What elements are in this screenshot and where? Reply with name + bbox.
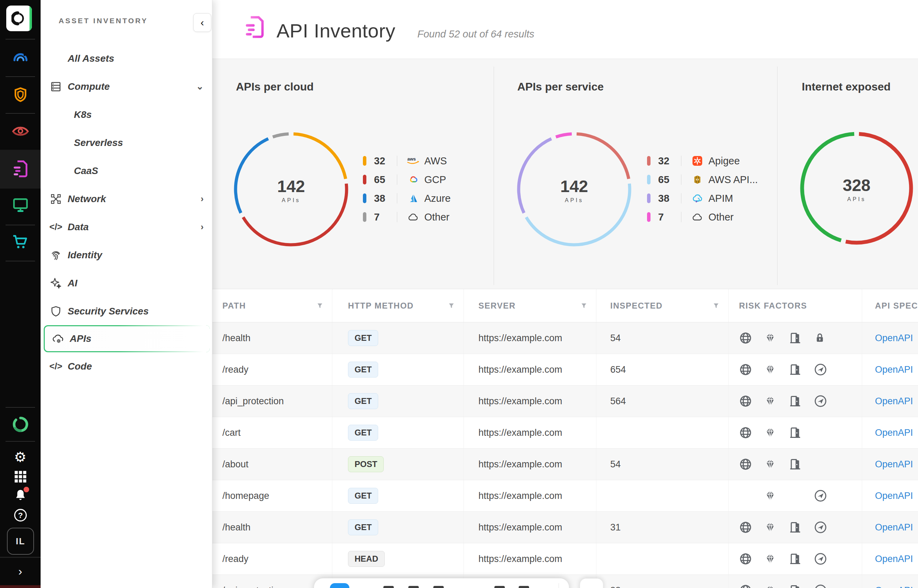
sidebar-item-k8s[interactable]: K8s bbox=[40, 100, 212, 129]
cell-risk-factors bbox=[729, 543, 862, 575]
sidebar-item-identity[interactable]: Identity bbox=[40, 241, 212, 269]
sidebar-item-security-services[interactable]: Security Services bbox=[40, 297, 212, 325]
rail-item-notifications[interactable] bbox=[0, 486, 40, 506]
chevron-right-icon[interactable]: › bbox=[201, 194, 204, 204]
api-spec-link[interactable]: OpenAPI bbox=[875, 491, 913, 501]
api-spec-link[interactable]: OpenAPI bbox=[875, 333, 913, 344]
rail-item-shield[interactable] bbox=[0, 83, 40, 106]
api-spec-link[interactable]: OpenAPI bbox=[875, 428, 913, 438]
filter-funnel-icon[interactable] bbox=[448, 303, 455, 309]
sidebar-item-serverless[interactable]: Serverless bbox=[40, 129, 212, 157]
rail-item-dashboard[interactable] bbox=[0, 46, 40, 69]
donut-segment-AWS[interactable] bbox=[293, 134, 346, 179]
toolbar-icon-1[interactable] bbox=[384, 586, 394, 588]
rail-item-help[interactable]: ? bbox=[0, 506, 40, 525]
orca-logo[interactable] bbox=[6, 6, 32, 31]
api-spec-link[interactable]: OpenAPI bbox=[875, 585, 913, 588]
table-row[interactable]: /healthGEThttps://example.com31OpenAPI bbox=[212, 512, 918, 543]
door-icon bbox=[789, 584, 814, 588]
icon-rail: ⚙ ? IL › bbox=[0, 0, 40, 588]
sidebar-item-apis-selected[interactable]: APIs bbox=[44, 325, 210, 352]
legend-item-apigee[interactable]: 32 Apigee bbox=[647, 152, 758, 170]
rail-expand-chevron[interactable]: › bbox=[0, 564, 40, 578]
donut-segment-Apigee[interactable] bbox=[576, 134, 629, 179]
column-header-api-spec[interactable]: API SPEC bbox=[862, 289, 918, 322]
sidebar-item-compute[interactable]: Compute ⌄ bbox=[40, 73, 212, 100]
rail-item-apps[interactable] bbox=[0, 467, 40, 486]
donut-segment-Other[interactable] bbox=[273, 134, 289, 137]
sidebar-item-data[interactable]: </> Data › bbox=[40, 213, 212, 241]
legend-item-other-cloud[interactable]: 7 Other bbox=[363, 208, 451, 226]
table-row[interactable]: /healthGEThttps://example.com54OpenAPI bbox=[212, 322, 918, 354]
floating-side-button[interactable] bbox=[580, 578, 603, 588]
api-spec-link[interactable]: OpenAPI bbox=[875, 364, 913, 375]
toolbar-icon-3[interactable] bbox=[433, 586, 444, 588]
column-header-risk-factors[interactable]: RISK FACTORS bbox=[729, 289, 862, 322]
legend-item-aws[interactable]: 32 aws AWS bbox=[363, 152, 451, 170]
chart-title-apis-per-service: APIs per service bbox=[517, 81, 604, 93]
legend-item-aws-api-gateway[interactable]: 65 AWS API... bbox=[647, 170, 758, 189]
column-header-http-method[interactable]: HTTP METHOD bbox=[332, 289, 464, 322]
aws-logo-icon: aws bbox=[406, 155, 420, 167]
sidebar-item-caas[interactable]: CaaS bbox=[40, 157, 212, 185]
sidebar-item-network[interactable]: Network › bbox=[40, 185, 212, 213]
legend-item-apim[interactable]: 38 APIM bbox=[647, 189, 758, 208]
cell-inspected: 54 bbox=[596, 449, 729, 480]
cell-path: /health bbox=[212, 322, 332, 354]
method-badge: GET bbox=[348, 393, 378, 409]
api-spec-link[interactable]: OpenAPI bbox=[875, 396, 913, 407]
rail-item-settings[interactable]: ⚙ bbox=[0, 447, 40, 467]
rail-item-monitor[interactable] bbox=[0, 194, 40, 216]
chevron-right-icon[interactable]: › bbox=[201, 221, 204, 232]
apigee-logo-icon bbox=[690, 155, 704, 167]
cell-http-method: GET bbox=[332, 512, 464, 543]
table-row[interactable]: /readyHEADhttps://example.comOpenAPI bbox=[212, 543, 918, 575]
toolbar-icon-5[interactable] bbox=[519, 586, 529, 588]
toolbar-divider bbox=[559, 583, 559, 588]
filter-funnel-icon[interactable] bbox=[581, 303, 587, 309]
cell-server: https://example.com bbox=[464, 386, 596, 417]
api-spec-link[interactable]: OpenAPI bbox=[875, 459, 913, 470]
donut-segment-Other[interactable] bbox=[556, 134, 572, 137]
table-row[interactable]: /api_protectionGEThttps://example.com564… bbox=[212, 386, 918, 417]
legend-item-gcp[interactable]: 65 GCP bbox=[363, 170, 451, 189]
page-header: API Inventory Found 52 out of 64 results bbox=[212, 0, 918, 58]
sidebar-item-code[interactable]: </> Code bbox=[40, 352, 212, 380]
column-header-path[interactable]: PATH bbox=[212, 289, 332, 322]
filter-funnel-icon[interactable] bbox=[317, 303, 323, 309]
sidebar-item-all-assets[interactable]: All Assets bbox=[40, 44, 212, 73]
legend-item-azure[interactable]: 38 Azure bbox=[363, 189, 451, 208]
sidebar-item-ai[interactable]: AI bbox=[40, 269, 212, 297]
toolbar-icon-4[interactable] bbox=[494, 586, 505, 588]
api-spec-link[interactable]: OpenAPI bbox=[875, 554, 913, 564]
toolbar-icon-2[interactable] bbox=[408, 586, 419, 588]
legend-item-other-service[interactable]: 7 Other bbox=[647, 208, 758, 226]
chevron-down-icon[interactable]: ⌄ bbox=[196, 81, 204, 92]
rail-item-api-inventory-active[interactable] bbox=[0, 157, 40, 181]
table-row[interactable]: /readyGEThttps://example.com654OpenAPI bbox=[212, 354, 918, 386]
asset-inventory-sidebar: ASSET INVENTORY ‹ All Assets Compute ⌄ K… bbox=[40, 0, 212, 588]
sidebar-title: ASSET INVENTORY bbox=[58, 17, 148, 25]
table-row[interactable]: /aboutPOSThttps://example.com54OpenAPI bbox=[212, 449, 918, 480]
help-icon: ? bbox=[13, 508, 28, 522]
cell-inspected bbox=[596, 417, 729, 448]
rail-bottom-accent bbox=[0, 585, 40, 588]
internet-exposed-total: 328 APIs bbox=[818, 176, 895, 202]
cell-inspected: 564 bbox=[596, 386, 729, 417]
cell-risk-factors bbox=[729, 386, 862, 417]
rail-item-eye[interactable] bbox=[0, 119, 40, 141]
user-badge[interactable]: IL bbox=[7, 528, 34, 555]
gem-icon bbox=[764, 552, 789, 565]
table-row[interactable]: /homepageGEThttps://example.comOpenAPI bbox=[212, 480, 918, 512]
sidebar-collapse-button[interactable]: ‹ bbox=[193, 13, 211, 32]
column-header-server[interactable]: SERVER bbox=[464, 289, 596, 322]
gear-icon: ⚙ bbox=[14, 450, 27, 464]
logo-accent bbox=[29, 6, 32, 31]
rail-item-cart[interactable] bbox=[0, 229, 40, 254]
column-header-inspected[interactable]: INSPECTED bbox=[596, 289, 729, 322]
api-spec-link[interactable]: OpenAPI bbox=[875, 522, 913, 533]
rail-item-ring-logo[interactable] bbox=[0, 413, 40, 435]
table-row[interactable]: /cartGEThttps://example.comOpenAPI bbox=[212, 417, 918, 449]
toolbar-primary-button[interactable] bbox=[330, 583, 350, 588]
filter-funnel-icon[interactable] bbox=[713, 303, 719, 309]
